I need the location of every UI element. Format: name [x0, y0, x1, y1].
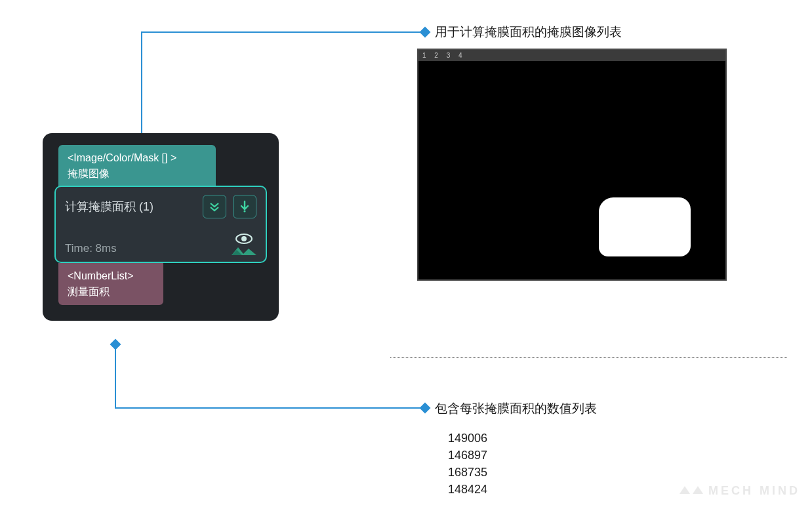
connector-line [141, 31, 142, 146]
output-port[interactable]: <NumberList> 测量面积 [58, 263, 163, 305]
list-item: 168735 [448, 464, 487, 481]
preview-tab-strip[interactable]: 1 2 3 4 [418, 50, 725, 61]
expand-button[interactable] [203, 195, 226, 218]
node-title: 计算掩膜面积 (1) [65, 199, 196, 214]
input-port[interactable]: <Image/Color/Mask [] > 掩膜图像 [58, 145, 216, 187]
list-item: 149006 [448, 430, 487, 447]
connector-endpoint-icon [420, 403, 431, 414]
output-name: 测量面积 [68, 284, 154, 300]
node-panel: <Image/Color/Mask [] > 掩膜图像 计算掩膜面积 (1) T… [43, 133, 279, 321]
list-item: 146897 [448, 447, 487, 464]
visibility-toggle[interactable] [232, 233, 256, 255]
mask-blob [599, 197, 691, 256]
svg-point-2 [241, 236, 247, 241]
connector-endpoint-icon [420, 27, 431, 38]
hills-icon [232, 246, 256, 255]
download-button[interactable] [233, 195, 256, 218]
callout-mask-list: 用于计算掩膜面积的掩膜图像列表 [435, 24, 622, 41]
mask-preview-panel: 1 2 3 4 [417, 49, 727, 281]
output-type-label: <NumberList> [68, 268, 154, 284]
node-main[interactable]: 计算掩膜面积 (1) Time: 8ms [54, 186, 267, 263]
download-arrow-icon [239, 200, 251, 213]
connector-line [141, 31, 423, 33]
double-chevron-down-icon [208, 200, 221, 213]
watermark: MECH MIND [678, 483, 800, 500]
eye-icon [234, 233, 254, 245]
area-value-list: 149006 146897 168735 148424 [448, 430, 487, 498]
separator [390, 357, 787, 358]
connector-line [115, 407, 423, 409]
list-item: 148424 [448, 481, 487, 498]
svg-point-0 [243, 210, 245, 212]
input-name: 掩膜图像 [68, 166, 207, 182]
time-label: Time: 8ms [65, 242, 117, 255]
logo-icon [678, 483, 704, 500]
callout-number-list: 包含每张掩膜面积的数值列表 [435, 400, 597, 417]
connector-line [115, 344, 116, 409]
connector-endpoint-icon [110, 339, 121, 350]
input-type-label: <Image/Color/Mask [] > [68, 150, 207, 166]
